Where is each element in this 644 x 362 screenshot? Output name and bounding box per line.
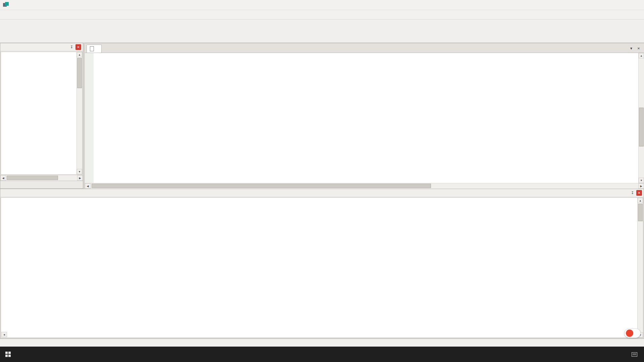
scrollbar-thumb[interactable]: [638, 204, 643, 221]
scroll-up-arrow[interactable]: ▲: [77, 52, 82, 57]
close-button[interactable]: [629, 0, 644, 10]
menu-bar: [0, 10, 644, 19]
scrollbar-thumb[interactable]: [92, 184, 431, 188]
build-output-log[interactable]: ◀ ▲ ▼: [1, 197, 643, 338]
build-toolbar: [0, 32, 644, 43]
app-icon: [3, 2, 9, 8]
scroll-up-arrow[interactable]: ▲: [639, 53, 644, 58]
scrollbar-thumb[interactable]: [7, 176, 58, 180]
document-list-dropdown-icon[interactable]: ▼: [629, 46, 634, 51]
close-document-button[interactable]: ✕: [636, 46, 641, 51]
start-button[interactable]: [0, 347, 16, 362]
editor-tab-main-c[interactable]: [87, 45, 102, 53]
document-icon: [90, 46, 94, 51]
scroll-down-arrow[interactable]: ▼: [77, 169, 82, 174]
sogou-logo-icon[interactable]: [626, 329, 633, 337]
input-method-bar: [624, 328, 641, 338]
scroll-right-arrow[interactable]: ▶: [638, 183, 644, 189]
taskbar-clock[interactable]: [623, 352, 628, 357]
auto-hide-pin-icon[interactable]: ↧: [630, 190, 635, 196]
project-panel: ↧ ✕ ▲ ▼ ◀ ▶: [0, 43, 83, 189]
auto-hide-pin-icon[interactable]: ↧: [69, 44, 74, 50]
status-bar: [0, 339, 644, 347]
scroll-left-arrow[interactable]: ◀: [0, 175, 6, 181]
project-panel-tabs: [0, 181, 83, 188]
window-controls: [598, 0, 644, 10]
system-tray: [619, 347, 644, 362]
editor-area: ▼ ✕ ▲ ▼ ◀ ▶: [85, 43, 644, 189]
build-output-vscrollbar[interactable]: ▲ ▼: [637, 198, 643, 338]
document-tab-bar: ▼ ✕: [85, 43, 644, 53]
editor-hscrollbar[interactable]: ◀ ▶: [85, 183, 644, 189]
main-toolbar: [0, 19, 644, 32]
scroll-down-arrow[interactable]: ▼: [639, 178, 644, 183]
close-build-output-button[interactable]: ✕: [636, 190, 642, 196]
scroll-left-arrow[interactable]: ◀: [85, 183, 91, 189]
minimize-button[interactable]: [598, 0, 613, 10]
scroll-right-arrow[interactable]: ▶: [77, 175, 83, 181]
scrollbar-thumb[interactable]: [639, 108, 644, 146]
editor-vscrollbar[interactable]: ▲ ▼: [638, 53, 644, 183]
taskbar: [0, 347, 644, 362]
project-panel-header: ↧ ✕: [0, 43, 83, 51]
build-output-header: ↧ ✕: [0, 189, 644, 197]
title-bar: [0, 0, 644, 10]
scroll-left-arrow[interactable]: ◀: [1, 332, 7, 337]
action-center-icon[interactable]: [632, 352, 637, 357]
build-output-panel: ↧ ✕ ◀ ▲ ▼: [0, 189, 644, 339]
project-tree: ▲ ▼: [1, 52, 83, 175]
project-tree-hscrollbar[interactable]: ◀ ▶: [0, 175, 83, 181]
maximize-button[interactable]: [613, 0, 629, 10]
project-tree-vscrollbar[interactable]: ▲ ▼: [76, 52, 82, 174]
scroll-up-arrow[interactable]: ▲: [638, 198, 643, 203]
scrollbar-thumb[interactable]: [77, 58, 82, 88]
code-editor[interactable]: ▲ ▼: [85, 53, 644, 183]
windows-logo-icon: [5, 352, 11, 357]
close-project-panel-button[interactable]: ✕: [75, 44, 81, 50]
